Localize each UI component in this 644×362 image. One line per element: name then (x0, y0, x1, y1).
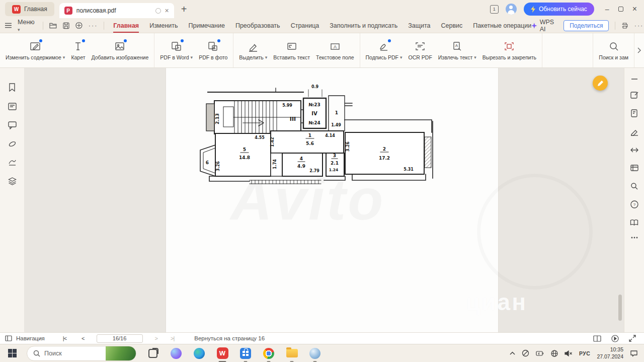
wps-ai-button[interactable]: WPS AI (531, 19, 557, 33)
more-panel-icon[interactable] (631, 237, 638, 239)
ribbon-tab-comment[interactable]: Примечание (189, 18, 225, 33)
ribbon-tab-tools[interactable]: Сервис (441, 18, 463, 33)
toolbar-scroll-right-button[interactable] (634, 33, 644, 67)
search-replace-button[interactable]: Поиск и зам (596, 40, 631, 60)
extract-text-button[interactable]: A Извлечь текст▾ (435, 40, 479, 60)
copilot-button[interactable] (170, 347, 183, 360)
ribbon-tab-fill-sign[interactable]: Заполнить и подписать (330, 18, 397, 33)
highlighter-icon[interactable] (630, 128, 638, 136)
svg-text:A: A (334, 44, 337, 49)
tab-home[interactable]: W Главная (5, 2, 54, 16)
update-now-button[interactable]: Обновить сейчас (524, 3, 594, 16)
globe-app-button[interactable] (308, 347, 321, 360)
edit-mode-icon[interactable] (630, 91, 638, 99)
share-button[interactable]: Поделиться (564, 20, 609, 31)
open-folder-icon[interactable] (49, 22, 57, 29)
minimize-button[interactable]: – (605, 5, 609, 13)
battery-icon[interactable] (536, 350, 544, 356)
restore-button[interactable] (618, 7, 623, 12)
ribbon-tab-edit[interactable]: Изменить (149, 18, 178, 33)
ribbon-tab-batch[interactable]: Пакетные операции (473, 18, 531, 33)
edit-content-button[interactable]: Изменить содержимое▾ (3, 40, 68, 60)
print-icon[interactable] (75, 22, 83, 29)
taskbar-clock[interactable]: 10:35 27.07.2024 (597, 346, 623, 360)
notifications-icon[interactable] (630, 350, 638, 357)
help-icon[interactable]: ? (630, 200, 638, 208)
explorer-icon (286, 349, 298, 357)
wps-office-button[interactable]: W (216, 347, 229, 360)
dim-room2-width: 3.26 (346, 141, 350, 152)
language-indicator[interactable]: РУС (579, 350, 590, 356)
caret-button[interactable]: Карет (68, 40, 88, 60)
dim-room5-width: 3.26 (216, 161, 220, 171)
pdf-to-photo-button[interactable]: PDF в фото (196, 40, 230, 60)
tab-document[interactable]: P полисовая.pdf × (59, 3, 174, 18)
start-button[interactable] (8, 349, 17, 357)
prev-page-button[interactable]: < (79, 335, 86, 341)
ribbon-tab-page[interactable]: Страница (291, 18, 319, 33)
more-tools-icon[interactable]: ··· (89, 22, 98, 29)
new-tab-button[interactable]: + (181, 4, 187, 15)
device-disabled-icon[interactable] (522, 349, 529, 357)
pdf-to-word-button[interactable]: PDF в Word▾ (157, 40, 196, 60)
taskbar-search[interactable]: Поиск (27, 346, 136, 361)
menu-button[interactable]: Меню ▾ (18, 19, 37, 33)
return-to-page-link[interactable]: Вернуться на страницу 16 (194, 335, 265, 341)
file-explorer-button[interactable] (285, 347, 298, 360)
quick-edit-fab[interactable] (593, 76, 608, 91)
chrome-button[interactable] (262, 347, 275, 360)
dim-stair-length: 5.99 (282, 103, 292, 108)
tab-close-icon[interactable]: × (165, 7, 169, 14)
cut-pin-button[interactable]: Вырезать и закрепить (479, 40, 539, 60)
attachment-icon[interactable] (8, 140, 17, 148)
volume-muted-icon[interactable] (565, 350, 573, 356)
doc-count-badge[interactable]: 1 (490, 5, 499, 14)
bookmarks-icon[interactable] (8, 83, 16, 92)
extract-text-icon: A (452, 41, 463, 52)
ribbon-tab-convert[interactable]: Преобразовать (235, 18, 280, 33)
next-page-button[interactable]: > (153, 335, 159, 341)
layers-icon[interactable] (8, 177, 17, 185)
watermark-cian: циан (466, 288, 527, 316)
last-page-button[interactable]: >| (169, 335, 176, 341)
two-page-view-icon[interactable] (593, 335, 601, 342)
read-mode-icon[interactable] (630, 219, 638, 226)
add-image-button[interactable]: Добавить изображение (89, 40, 152, 60)
task-view-button[interactable] (146, 347, 159, 360)
fullscreen-icon[interactable] (629, 335, 636, 342)
navigation-label[interactable]: Навигация (16, 335, 45, 341)
page-indicator[interactable]: 16/16 (97, 334, 143, 343)
navigation-panel-icon[interactable] (5, 335, 12, 341)
find-icon[interactable] (630, 182, 638, 190)
search-highlight-image[interactable] (106, 346, 136, 361)
sign-pdf-button[interactable]: Подпись PDF▾ (363, 40, 406, 60)
ribbon-tab-protect[interactable]: Защита (408, 18, 430, 33)
screenshot-icon[interactable] (630, 164, 638, 172)
collapse-panel-icon[interactable] (631, 78, 638, 80)
document-viewport[interactable]: Avito циан (24, 68, 624, 332)
autoscroll-icon[interactable] (611, 335, 619, 342)
ribbon-tab-home[interactable]: Главная (113, 18, 139, 33)
signature-panel-icon[interactable] (8, 159, 17, 166)
highlight-button[interactable]: Выделить▾ (236, 40, 270, 60)
insert-text-button[interactable]: Вставить текст (270, 40, 313, 60)
network-icon[interactable] (551, 350, 558, 357)
microsoft-store-button[interactable] (239, 347, 252, 360)
hamburger-icon[interactable] (5, 23, 12, 28)
thumbnails-icon[interactable] (8, 103, 17, 110)
vertical-scrollbar[interactable] (618, 295, 622, 321)
close-button[interactable]: × (632, 5, 637, 14)
ocr-pdf-button[interactable]: OCR PDF (406, 40, 435, 60)
more-menu-icon[interactable]: ··· (634, 22, 644, 29)
fit-width-icon[interactable] (630, 147, 638, 154)
comments-icon[interactable] (8, 121, 17, 129)
text-field-button[interactable]: A Текстовое поле (313, 40, 357, 60)
export-notes-icon[interactable] (630, 109, 638, 117)
first-page-button[interactable]: |< (61, 335, 68, 341)
hidden-icons-chevron[interactable] (510, 351, 515, 355)
dim-room4-length: 2.79 (309, 169, 319, 173)
save-icon[interactable] (63, 22, 69, 29)
printer-icon[interactable] (621, 22, 628, 29)
user-avatar[interactable] (506, 4, 517, 15)
edge-button[interactable] (193, 347, 206, 360)
